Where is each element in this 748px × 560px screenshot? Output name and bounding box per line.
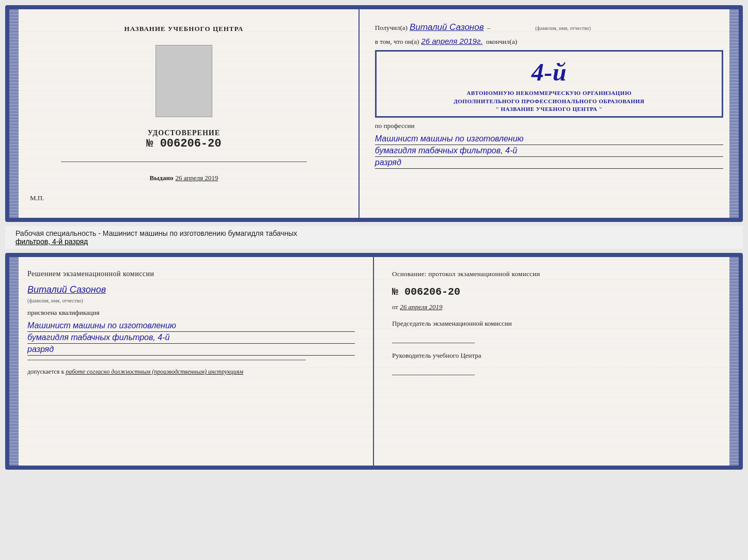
from-date-block: от 26 апреля 2019 <box>392 303 721 311</box>
stamp-line3: " НАЗВАНИЕ УЧЕБНОГО ЦЕНТРА " <box>382 105 716 113</box>
okonchil-label: окончил(а) <box>486 38 517 46</box>
binding-stripe-left <box>9 9 19 218</box>
qualification-line2: бумагидля табачных фильтров, 4-й <box>27 333 355 344</box>
v-tom-line: в том, что он(а) 26 апреля 2019г. окончи… <box>375 37 723 46</box>
cert-header-title: НАЗВАНИЕ УЧЕБНОГО ЦЕНТРА <box>124 25 244 33</box>
stripe-right-bottom <box>729 257 739 466</box>
po-professii-label: по профессии <box>375 122 723 130</box>
qualification-line1: Машинист машины по изготовлению <box>27 321 355 332</box>
udostoverenie-title: УДОСТОВЕРЕНИЕ <box>146 129 221 137</box>
bottom-left-panel: Решением экзаменационной комиссии Витали… <box>9 257 374 466</box>
poluchil-line: Получил(а) Виталий Сазонов – (фамилия, и… <box>375 22 723 33</box>
ot-label: от <box>392 303 398 311</box>
middle-text-block: Рабочая специальность - Машинист машины … <box>5 226 743 249</box>
middle-text-main: Рабочая специальность - Машинист машины … <box>15 229 297 237</box>
bottom-right-number: № 006206-20 <box>392 286 721 298</box>
udostoverenie-number: № 006206-20 <box>146 137 221 150</box>
bottom-right-panel: Основание: протокол экзаменационной коми… <box>374 257 739 466</box>
profession-line3: разряд <box>375 158 723 169</box>
profession-line1: Машинист машины по изготовлению <box>375 134 723 145</box>
ot-date: 26 апреля 2019 <box>400 303 442 311</box>
cert-udostoverenie-block: УДОСТОВЕРЕНИЕ № 006206-20 <box>146 129 221 150</box>
fio-label-top: (фамилия, имя, отчество) <box>535 25 591 31</box>
prisvoena-label: присвоена квалификация <box>27 309 355 317</box>
poluchil-prefix: Получил(а) <box>375 24 408 32</box>
predsedatel-title: Председатель экзаменационной комиссии <box>392 319 721 328</box>
vydano-date: 26 апреля 2019 <box>175 174 218 182</box>
certificate-bottom: Решением экзаменационной комиссии Витали… <box>5 253 743 470</box>
cert-left-panel: НАЗВАНИЕ УЧЕБНОГО ЦЕНТРА УДОСТОВЕРЕНИЕ №… <box>9 9 360 218</box>
certificate-top: НАЗВАНИЕ УЧЕБНОГО ЦЕНТРА УДОСТОВЕРЕНИЕ №… <box>5 5 743 222</box>
cert-right-panel: Получил(а) Виталий Сазонов – (фамилия, и… <box>360 9 739 218</box>
bottom-fio-label: (фамилия, имя, отчество) <box>27 298 83 303</box>
stamp-line1: АВТОНОМНУЮ НЕКОММЕРЧЕСКУЮ ОРГАНИЗАЦИЮ <box>382 89 716 97</box>
stripe-left-bottom <box>9 257 19 466</box>
stamp-block: 4-й АВТОНОМНУЮ НЕКОММЕРЧЕСКУЮ ОРГАНИЗАЦИ… <box>375 50 723 118</box>
profession-line2: бумагидля табачных фильтров, 4-й <box>375 146 723 157</box>
photo-placeholder <box>155 45 212 117</box>
rukovoditel-title: Руководитель учебного Центра <box>392 351 721 360</box>
dopusk-text: работе согласно должностным (производств… <box>66 368 243 375</box>
v-tom-date: 26 апреля 2019г. <box>421 37 482 45</box>
qualification-line3: разряд <box>27 345 355 356</box>
stamp-line2: ДОПОЛНИТЕЛЬНОГО ПРОФЕССИОНАЛЬНОГО ОБРАЗО… <box>382 98 716 105</box>
vydano-label: Выдано <box>150 174 174 182</box>
osnovanie-label: Основание: протокол экзаменационной коми… <box>392 270 721 278</box>
dopuskaetsya-block: допускается к работе согласно должностны… <box>27 368 355 376</box>
predsedatel-signature-line <box>392 330 475 343</box>
rukovoditel-block: Руководитель учебного Центра <box>392 351 721 375</box>
bottom-name: Виталий Сазонов <box>27 284 106 295</box>
poluchil-name: Виталий Сазонов <box>410 22 484 33</box>
predsedatel-block: Председатель экзаменационной комиссии <box>392 319 721 343</box>
bottom-name-block: Виталий Сазонов (фамилия, имя, отчество) <box>27 284 355 305</box>
middle-text-underlined: фильтров, 4-й разряд <box>15 237 88 246</box>
mp-label: М.П. <box>30 194 44 202</box>
stamp-number: 4-й <box>382 55 716 89</box>
v-tom-prefix: в том, что он(а) <box>375 38 419 46</box>
binding-stripe-right <box>729 9 739 218</box>
dopuskaetsya-label: допускается к <box>27 368 64 375</box>
rukovoditel-signature-line <box>392 362 475 375</box>
bottom-header: Решением экзаменационной комиссии <box>27 270 355 278</box>
vydano-block: Выдано 26 апреля 2019 <box>150 174 219 182</box>
